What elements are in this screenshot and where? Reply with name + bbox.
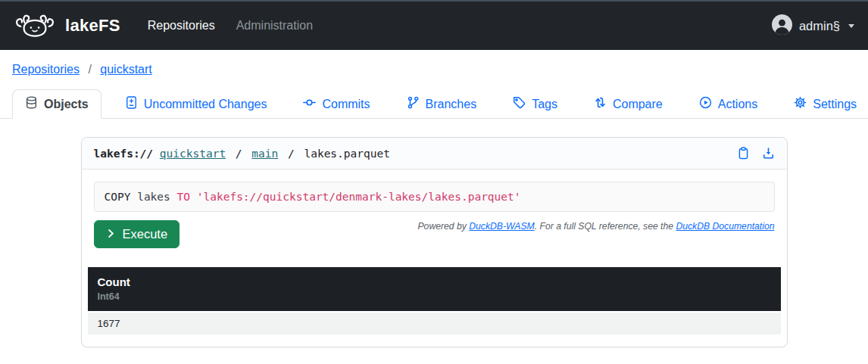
path-branch-link[interactable]: main bbox=[251, 148, 278, 160]
breadcrumb-repositories[interactable]: Repositories bbox=[12, 63, 80, 76]
path-scheme: lakefs:// bbox=[94, 148, 154, 160]
tab-commits[interactable]: Commits bbox=[290, 89, 382, 119]
column-name: Count bbox=[98, 274, 771, 290]
column-type: Int64 bbox=[98, 291, 771, 303]
duckdb-wasm-link[interactable]: DuckDB-WASM bbox=[469, 221, 534, 232]
sql-string-literal: 'lakefs://quickstart/denmark-lakes/lakes… bbox=[197, 191, 521, 203]
path-filename: lakes.parquet bbox=[304, 148, 390, 160]
tab-label: Compare bbox=[613, 98, 663, 111]
tab-compare[interactable]: Compare bbox=[581, 89, 676, 119]
main-nav: Repositories Administration bbox=[148, 19, 313, 33]
database-icon bbox=[25, 96, 38, 112]
tab-branches[interactable]: Branches bbox=[394, 89, 490, 119]
axolotl-logo-icon bbox=[14, 11, 56, 41]
path-repo-link[interactable]: quickstart bbox=[160, 148, 226, 160]
chevron-right-icon bbox=[106, 227, 116, 241]
tab-label: Tags bbox=[532, 98, 557, 111]
object-actions bbox=[737, 147, 775, 160]
nav-item-administration[interactable]: Administration bbox=[236, 19, 313, 33]
download-icon[interactable] bbox=[762, 147, 775, 160]
nav-item-repositories[interactable]: Repositories bbox=[148, 19, 215, 33]
user-menu[interactable]: admin§ bbox=[772, 14, 854, 38]
cell-value: 1677 bbox=[98, 318, 120, 329]
table-row: 1677 bbox=[88, 311, 781, 334]
object-path: lakefs:// quickstart / main / lakes.parq… bbox=[94, 148, 390, 160]
sql-to-keyword: TO bbox=[177, 191, 190, 203]
tab-label: Actions bbox=[718, 98, 757, 111]
execute-button[interactable]: Execute bbox=[94, 220, 180, 248]
breadcrumb: Repositories / quickstart bbox=[0, 50, 868, 76]
tag-icon bbox=[513, 96, 526, 112]
top-navbar: lakeFS Repositories Administration admin… bbox=[0, 0, 868, 50]
tab-label: Commits bbox=[322, 98, 370, 111]
tab-label: Settings bbox=[813, 98, 857, 111]
tab-label: Objects bbox=[44, 98, 89, 111]
repository-tabs: Objects Uncommitted Changes Commits bbox=[0, 89, 868, 119]
execute-label: Execute bbox=[123, 227, 168, 241]
branch-icon bbox=[407, 96, 420, 112]
tab-label: Branches bbox=[426, 98, 477, 111]
play-circle-icon bbox=[699, 96, 712, 112]
powered-by-middle: . For a full SQL reference, see the bbox=[535, 221, 676, 232]
sql-table-name: lakes bbox=[137, 191, 170, 203]
tab-actions[interactable]: Actions bbox=[686, 89, 770, 119]
query-results-table: Count Int64 1677 bbox=[88, 267, 781, 334]
gear-icon bbox=[794, 96, 807, 112]
object-viewer-card: lakefs:// quickstart / main / lakes.parq… bbox=[81, 137, 788, 347]
object-card-body: COPY lakes TO 'lakefs://quickstart/denma… bbox=[82, 170, 787, 347]
clipboard-icon[interactable] bbox=[737, 147, 750, 160]
results-column-header: Count Int64 bbox=[88, 267, 781, 311]
duckdb-docs-link[interactable]: DuckDB Documentation bbox=[676, 221, 774, 232]
tab-label: Uncommitted Changes bbox=[144, 98, 267, 111]
tab-uncommitted-changes[interactable]: Uncommitted Changes bbox=[112, 89, 280, 119]
path-separator: / bbox=[288, 148, 295, 160]
breadcrumb-quickstart[interactable]: quickstart bbox=[100, 63, 151, 76]
execute-row: Execute Powered by DuckDB-WASM. For a fu… bbox=[94, 220, 775, 248]
user-name: admin§ bbox=[799, 19, 840, 33]
chevron-down-icon bbox=[848, 24, 854, 28]
compare-icon bbox=[594, 96, 607, 112]
powered-by-note: Powered by DuckDB-WASM. For a full SQL r… bbox=[417, 221, 774, 232]
file-diff-icon bbox=[125, 96, 138, 112]
breadcrumb-separator: / bbox=[88, 63, 91, 76]
brand-title: lakeFS bbox=[65, 16, 120, 36]
lakefs-brand[interactable]: lakeFS bbox=[14, 11, 120, 41]
powered-by-prefix: Powered by bbox=[417, 221, 469, 232]
path-separator: / bbox=[236, 148, 242, 160]
sql-copy-keyword: COPY bbox=[105, 191, 131, 203]
commit-icon bbox=[303, 96, 316, 112]
object-path-header: lakefs:// quickstart / main / lakes.parq… bbox=[82, 138, 787, 170]
tab-objects[interactable]: Objects bbox=[12, 89, 101, 119]
tab-tags[interactable]: Tags bbox=[500, 89, 570, 119]
sql-editor[interactable]: COPY lakes TO 'lakefs://quickstart/denma… bbox=[94, 182, 775, 212]
user-avatar-icon bbox=[772, 14, 792, 38]
tab-settings[interactable]: Settings bbox=[781, 89, 868, 119]
